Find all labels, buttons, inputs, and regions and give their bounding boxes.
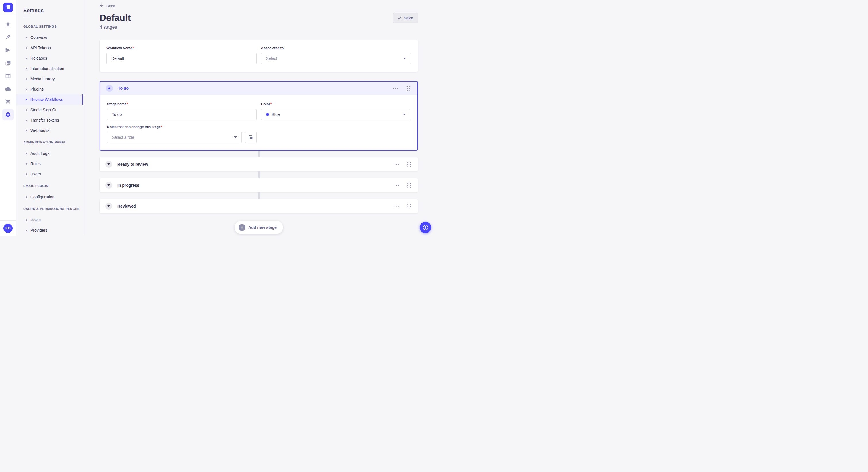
stage-connector [258, 150, 260, 158]
sidebar-item-plugins[interactable]: Plugins [17, 84, 83, 94]
expand-stage-button[interactable] [105, 203, 112, 210]
stage-drag-handle[interactable] [406, 85, 412, 92]
sidebar-section-global: GLOBAL SETTINGS Overview API Tokens Rele… [17, 24, 83, 136]
home-icon[interactable] [2, 19, 14, 30]
feather-icon[interactable] [2, 32, 14, 43]
bullet-icon [26, 163, 27, 165]
stage-options-button[interactable] [392, 87, 400, 90]
stage-drag-handle[interactable] [406, 182, 412, 189]
sidebar-item-label: Audit Logs [30, 151, 50, 156]
workflow-name-input[interactable] [106, 53, 257, 64]
drag-dots-icon [407, 162, 408, 163]
plus-icon: + [239, 224, 245, 231]
sidebar-item-label: Webhooks [30, 128, 50, 133]
stage-options-button[interactable] [392, 163, 400, 166]
question-mark-icon: ? [423, 225, 428, 230]
stage-options-button[interactable] [392, 183, 400, 187]
sidebar-item-label: Plugins [30, 87, 43, 92]
sidebar-item-single-sign-on[interactable]: Single Sign-On [17, 105, 83, 115]
chevron-down-icon [234, 136, 237, 138]
sidebar-item-label: Users [30, 172, 41, 176]
app-logo[interactable] [0, 0, 16, 16]
workflow-name-label: Workflow Name* [106, 46, 257, 50]
stage-name-input[interactable] [107, 109, 257, 120]
color-swatch-dot [266, 113, 269, 116]
required-marker: * [133, 46, 134, 50]
section-header: EMAIL PLUGIN [17, 184, 83, 188]
drag-dots-icon [407, 86, 408, 87]
apply-to-all-stages-button[interactable] [245, 132, 257, 143]
select-placeholder: Select a role [112, 135, 134, 140]
back-label: Back [106, 4, 115, 8]
stage-card-ready-to-review[interactable]: Ready to review [100, 158, 418, 171]
sidebar-item-api-tokens[interactable]: API Tokens [17, 43, 83, 53]
section-header: GLOBAL SETTINGS [17, 24, 83, 28]
expand-stage-button[interactable] [105, 161, 112, 168]
stage-drag-handle[interactable] [406, 161, 412, 168]
sidebar-item-users[interactable]: Users [17, 169, 83, 179]
ellipsis-icon [393, 88, 394, 89]
stage-color-field: Color* Blue [261, 102, 411, 120]
page-subtitle: 4 stages [100, 25, 418, 30]
collapse-stage-button[interactable] [106, 85, 113, 92]
drag-dots-icon [407, 183, 408, 184]
save-button[interactable]: Save [393, 13, 418, 23]
required-marker: * [270, 102, 272, 106]
stage-card-reviewed[interactable]: Reviewed [100, 199, 418, 213]
color-select[interactable]: Blue [261, 109, 411, 120]
paper-plane-icon[interactable] [2, 44, 14, 56]
cloud-icon[interactable] [2, 83, 14, 95]
add-new-stage-button[interactable]: + Add new stage [235, 221, 283, 234]
bullet-icon [26, 120, 27, 121]
page-title: Default [100, 12, 131, 23]
stage-connector [258, 192, 260, 199]
required-marker: * [127, 102, 128, 106]
expand-stage-button[interactable] [105, 182, 112, 189]
back-link[interactable]: Back [100, 3, 115, 8]
sidebar-item-internationalization[interactable]: Internationalization [17, 63, 83, 74]
layout-icon[interactable] [2, 70, 14, 82]
chevron-down-icon [403, 58, 406, 59]
sidebar-item-media-library[interactable]: Media Library [17, 74, 83, 84]
user-avatar[interactable]: KD [3, 224, 12, 233]
sidebar-item-admin-roles[interactable]: Roles [17, 159, 83, 169]
sidebar-item-label: Single Sign-On [30, 107, 57, 112]
sidebar-item-audit-logs[interactable]: Audit Logs [17, 148, 83, 159]
strapi-logo-icon [3, 3, 13, 13]
sidebar-item-up-roles[interactable]: Roles [17, 215, 83, 225]
chevron-down-icon [107, 184, 110, 186]
sidebar-item-label: Releases [30, 56, 47, 61]
workflow-name-field: Workflow Name* [106, 46, 257, 64]
bullet-icon [26, 196, 27, 198]
stage-options-button[interactable] [392, 204, 400, 208]
photos-icon[interactable] [2, 57, 14, 69]
chevron-down-icon [403, 113, 406, 115]
stage-roles-field: Roles that can change this stage* Select… [107, 125, 257, 143]
help-button[interactable]: ? [420, 222, 431, 233]
gear-icon[interactable] [2, 109, 14, 121]
roles-select[interactable]: Select a role [107, 132, 242, 143]
sidebar-item-providers[interactable]: Providers [17, 225, 83, 235]
sidebar-item-label: Internationalization [30, 66, 64, 71]
associated-to-select[interactable]: Select [261, 53, 411, 64]
sidebar-item-webhooks[interactable]: Webhooks [17, 125, 83, 136]
stage-drag-handle[interactable] [406, 203, 412, 210]
bullet-icon [26, 89, 27, 90]
cart-icon[interactable] [2, 96, 14, 107]
sidebar-item-releases[interactable]: Releases [17, 53, 83, 63]
sidebar-title: Settings [17, 7, 83, 14]
sidebar-item-transfer-tokens[interactable]: Transfer Tokens [17, 115, 83, 125]
stage-card-in-progress[interactable]: In progress [100, 178, 418, 192]
add-stage-label: Add new stage [248, 225, 277, 230]
bullet-icon [26, 58, 27, 59]
sidebar-item-overview[interactable]: Overview [17, 32, 83, 43]
select-placeholder: Select [266, 56, 277, 61]
sidebar-item-review-workflows[interactable]: Review Workflows [17, 94, 83, 105]
bullet-icon [26, 78, 27, 80]
sidebar-item-label: API Tokens [30, 45, 51, 50]
stage-header-to-do[interactable]: To do [100, 82, 417, 95]
associated-to-field: Associated to Select [261, 46, 411, 64]
stage-title: In progress [117, 183, 139, 188]
sidebar-item-label: Media Library [30, 76, 55, 81]
sidebar-item-configuration[interactable]: Configuration [17, 192, 83, 202]
